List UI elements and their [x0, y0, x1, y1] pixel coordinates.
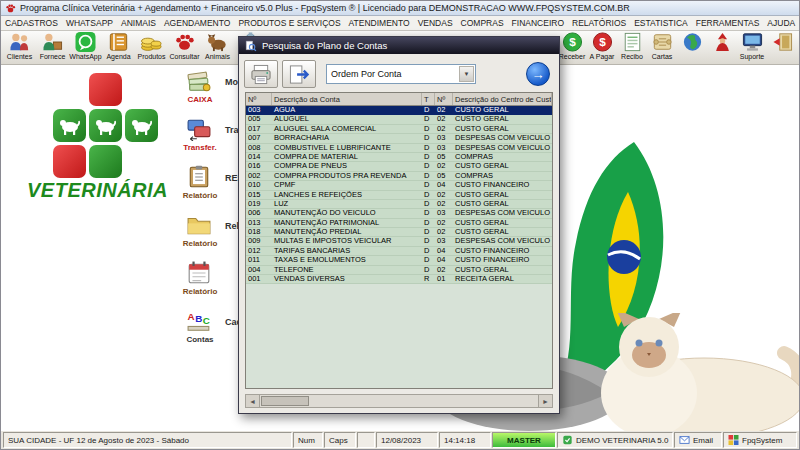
table-row[interactable]: 015LANCHES E REFEIÇÕESD02CUSTO GERAL	[246, 191, 552, 200]
toolbar-button-a-pagar[interactable]: $A Pagar	[587, 31, 617, 64]
toolbar-button-label: A Pagar	[590, 53, 615, 60]
table-row[interactable]: 009MULTAS E IMPOSTOS VEICULARD03DESPESAS…	[246, 237, 552, 246]
table-cell: 001	[246, 275, 272, 283]
table-cell: 03	[435, 209, 453, 217]
table-row[interactable]: 011TAXAS E EMOLUMENTOSD04CUSTO FINANCEIR…	[246, 256, 552, 265]
animal-silhouette-icon	[93, 114, 119, 138]
table-row[interactable]: 013MANUTENÇÃO PATRIMONIALD02CUSTO GERAL	[246, 219, 552, 228]
plano-contas-dialog: Pesquisa do Plano de Contas Ordem Por Co…	[238, 36, 560, 414]
menu-item-whatsapp[interactable]: WHATSAPP	[62, 18, 117, 28]
logo-square	[53, 145, 86, 178]
table-row[interactable]: 019LUZD02CUSTO GERAL	[246, 200, 552, 209]
table-row[interactable]: 010CPMFD04CUSTO FINANCEIRO	[246, 181, 552, 190]
table-cell: D	[422, 266, 435, 274]
toolbar-button-animais[interactable]: Animais	[201, 31, 234, 64]
table-row[interactable]: 008COMBUSTIVEL E LUBRIFICANTED03DESPESAS…	[246, 144, 552, 153]
menu-item-agendamento[interactable]: AGENDAMENTO	[160, 18, 234, 28]
column-header[interactable]: Descrição da Conta	[272, 93, 422, 105]
menu-item-vendas[interactable]: VENDAS	[414, 18, 457, 28]
chevron-down-icon[interactable]	[459, 66, 474, 82]
globe-icon	[681, 32, 704, 52]
toolbar-button-fornecedores[interactable]: Fornece	[36, 31, 69, 64]
table-row[interactable]: 006MANUTENÇÃO DO VEICULOD03DESPESAS COM …	[246, 209, 552, 218]
table-row[interactable]: 003AGUAD02CUSTO GERAL	[246, 106, 552, 115]
table-row[interactable]: 012TARIFAS BANCÁRIASD04CUSTO FINANCEIRO	[246, 247, 552, 256]
toolbar-button-cartas[interactable]: Cartas	[647, 31, 677, 64]
table-row[interactable]: 017ALUGUEL SALA COMERCIALD02CUSTO GERAL	[246, 125, 552, 134]
status-num-lock: Num	[293, 432, 323, 448]
toolbar-button-internet[interactable]	[677, 31, 707, 64]
paw-icon	[5, 3, 16, 14]
table-cell: 009	[246, 237, 272, 245]
table-cell: 006	[246, 209, 272, 217]
sidebar-item-label: Relatório	[177, 191, 223, 200]
logo-wordmark: VETERINÁRIA	[27, 179, 168, 202]
menu-item-cadastros[interactable]: CADASTROS	[1, 18, 62, 28]
menu-item-produtos-e-servi-os[interactable]: PRODUTOS E SERVIÇOS	[234, 18, 344, 28]
agenda-icon	[107, 32, 130, 52]
toolbar-button-label: Clientes	[7, 53, 32, 60]
table-row[interactable]: 016COMPRA DE PNEUSD02CUSTO GERAL	[246, 162, 552, 171]
toolbar-button-suporte[interactable]: Suporte	[737, 31, 767, 64]
go-button[interactable]: →	[526, 62, 550, 86]
table-cell: 05	[435, 172, 453, 180]
report-icon	[185, 165, 213, 189]
table-row[interactable]: 014COMPRA DE MATERIALD05COMPRAS	[246, 153, 552, 162]
supplier-icon	[41, 32, 64, 52]
abc-icon: ABC	[185, 309, 213, 333]
menu-item-label: AGENDAMENTO	[164, 18, 230, 28]
menu-item-relat-rios[interactable]: RELATÓRIOS	[568, 18, 630, 28]
toolbar-button-consultar[interactable]: Consultar	[168, 31, 201, 64]
toolbar-button-sair[interactable]	[767, 31, 797, 64]
menu-item-financeiro[interactable]: FINANCEIRO	[508, 18, 568, 28]
toolbar-button-assistente[interactable]	[707, 31, 737, 64]
toolbar-button-recibo[interactable]: Recibo	[617, 31, 647, 64]
status-brand: FpqSystem	[723, 432, 797, 448]
order-select[interactable]: Ordem Por Conta	[326, 64, 476, 84]
menu-item-compras[interactable]: COMPRAS	[457, 18, 508, 28]
menu-item-ajuda[interactable]: AJUDA	[763, 18, 799, 28]
table-row[interactable]: 001VENDAS DIVERSASR01RECEITA GERAL	[246, 275, 552, 284]
table-cell: MULTAS E IMPOSTOS VEICULAR	[272, 237, 422, 245]
print-button[interactable]	[244, 60, 278, 88]
menu-item-ferramentas[interactable]: FERRAMENTAS	[692, 18, 764, 28]
toolbar-button-agenda[interactable]: Agenda	[102, 31, 135, 64]
column-header[interactable]: Descrição do Centro de Custo	[453, 93, 552, 105]
receipt-icon	[621, 32, 644, 52]
column-header[interactable]: Nº	[246, 93, 272, 105]
table-cell: VENDAS DIVERSAS	[272, 275, 422, 283]
menu-item-animais[interactable]: ANIMAIS	[117, 18, 160, 28]
menu-item-label: FINANCEIRO	[512, 18, 564, 28]
scrollbar-thumb[interactable]	[261, 396, 309, 406]
toolbar-button-produtos[interactable]: Produtos	[135, 31, 168, 64]
table-row[interactable]: 004TELEFONED02CUSTO GERAL	[246, 266, 552, 275]
toolbar-button-clientes[interactable]: Clientes	[3, 31, 36, 64]
scroll-left-icon[interactable]	[246, 395, 260, 407]
dialog-title: Pesquisa do Plano de Contas	[262, 40, 387, 51]
table-cell: CUSTO GERAL	[453, 162, 552, 170]
horizontal-scrollbar[interactable]	[245, 394, 553, 408]
toolbar-button-receber[interactable]: $Receber	[557, 31, 587, 64]
table-row[interactable]: 007BORRACHARIAD03DESPESAS COM VEICULO	[246, 134, 552, 143]
dialog-titlebar[interactable]: Pesquisa do Plano de Contas	[239, 37, 559, 54]
logo-square	[89, 145, 122, 178]
table-row[interactable]: 002COMPRA PRODUTOS PRA REVENDAD05COMPRAS	[246, 172, 552, 181]
status-num-lock-label: Num	[298, 436, 315, 445]
menu-item-estatistica[interactable]: ESTATISTICA	[630, 18, 692, 28]
table-cell: 02	[435, 125, 453, 133]
table-cell: CUSTO GERAL	[453, 219, 552, 227]
table-row[interactable]: 018MANUTENÇÃO PREDIALD02CUSTO GERAL	[246, 228, 552, 237]
export-button[interactable]	[282, 60, 316, 88]
column-header[interactable]: Nº	[435, 93, 453, 105]
menu-item-atendimento[interactable]: ATENDIMENTO	[345, 18, 414, 28]
table-cell: TARIFAS BANCÁRIAS	[272, 247, 422, 255]
status-caps-lock: Caps	[324, 432, 356, 448]
toolbar-button-whatsapp[interactable]: WhatsApp	[69, 31, 102, 64]
scroll-right-icon[interactable]	[538, 395, 552, 407]
table-row[interactable]: 005ALUGUELD02CUSTO GERAL	[246, 115, 552, 124]
column-header[interactable]: T	[422, 93, 435, 105]
toolbar-right: $Receber$A PagarReciboCartasSuporte	[557, 31, 797, 64]
animal-silhouette-icon	[57, 114, 83, 138]
pay-icon: $	[591, 32, 614, 52]
table-cell: CUSTO FINANCEIRO	[453, 247, 552, 255]
